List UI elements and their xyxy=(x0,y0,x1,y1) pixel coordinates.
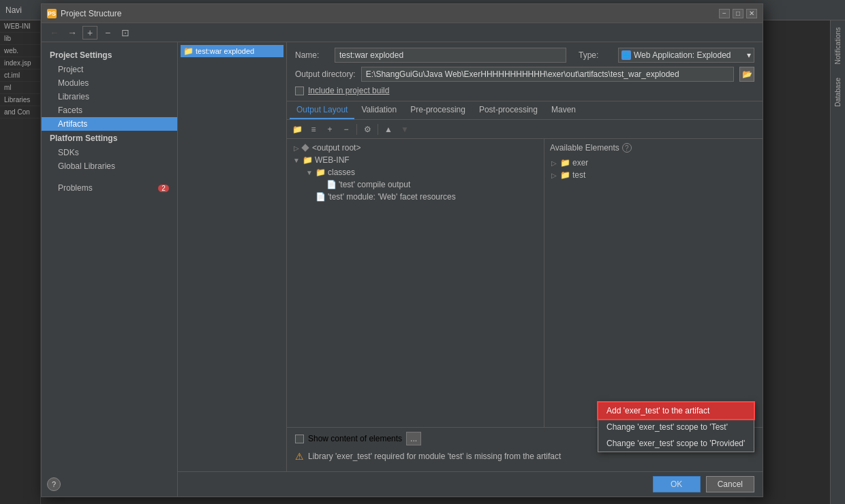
dialog-sidebar: Project Settings Project Modules Librari… xyxy=(42,42,178,497)
warning-row: ⚠ Library 'exer_test' required for modul… xyxy=(295,451,754,462)
toolbar-folder-button[interactable]: 📁 xyxy=(290,123,305,136)
toolbar-separator-2 xyxy=(378,124,378,135)
toolbar-settings-button[interactable]: ⚙ xyxy=(360,123,375,136)
cancel-button[interactable]: Cancel xyxy=(706,476,754,492)
sidebar-item-problems[interactable]: Problems 2 xyxy=(42,181,177,195)
toolbar-down-button[interactable]: ▼ xyxy=(397,123,412,136)
sidebar-item-artifacts[interactable]: Artifacts xyxy=(42,117,177,131)
tree-item-compile-output[interactable]: 📄 'test' compile output xyxy=(290,178,541,191)
tab-maven[interactable]: Maven xyxy=(544,101,583,119)
tree-label-web-facet: 'test' module: 'Web' facet resources xyxy=(328,192,456,202)
sidebar-item-global-libraries[interactable]: Global Libraries xyxy=(42,159,177,173)
tree-label-classes: classes xyxy=(328,168,355,177)
dialog-footer: OK Cancel xyxy=(178,471,763,497)
available-elements-panel: Available Elements ? ▷ 📁 exer ▷ xyxy=(544,139,763,427)
toolbar-add-button[interactable]: + xyxy=(322,123,337,136)
dialog-title-text: Project Structure xyxy=(61,9,121,18)
warning-icon: ⚠ xyxy=(295,451,304,462)
include-build-checkbox[interactable] xyxy=(295,86,304,95)
ide-file-and-con[interactable]: and Con xyxy=(0,106,40,119)
content-header: Name: Type: 🌐 Web Application: Exploded xyxy=(287,42,763,101)
sidebar-item-facets[interactable]: Facets xyxy=(42,104,177,117)
ok-button[interactable]: OK xyxy=(653,476,701,492)
tab-postprocessing[interactable]: Post-processing xyxy=(472,101,544,119)
name-label: Name: xyxy=(295,50,329,60)
project-settings-label: Project Settings xyxy=(42,48,177,63)
tab-preprocessing[interactable]: Pre-processing xyxy=(403,101,472,119)
sidebar-item-sdks[interactable]: SDKs xyxy=(42,146,177,159)
tree-item-classes[interactable]: ▼ 📁 classes xyxy=(290,166,541,178)
toolbar-up-button[interactable]: ▲ xyxy=(381,123,396,136)
maximize-button[interactable]: □ xyxy=(733,9,743,18)
toolbar-remove-button[interactable]: − xyxy=(339,123,354,136)
context-menu: Add 'exer_test' to the artifact Change '… xyxy=(598,402,754,452)
output-dir-row: Output directory: 📂 xyxy=(295,67,754,82)
nav-remove-button[interactable]: − xyxy=(100,26,115,40)
file-icon-web-facet: 📄 xyxy=(316,192,326,202)
dialog-title-left: PS Project Structure xyxy=(47,9,121,18)
context-menu-item-test-scope[interactable]: Change 'exer_test' scope to 'Test' xyxy=(598,419,754,435)
sidebar-item-libraries[interactable]: Libraries xyxy=(42,90,177,104)
tabs-bar: Output Layout Validation Pre-processing … xyxy=(287,101,763,120)
help-button[interactable]: ? xyxy=(47,477,61,491)
name-input[interactable] xyxy=(335,48,566,63)
output-dir-label: Output directory: xyxy=(295,69,356,79)
include-build-row: Include in project build xyxy=(295,86,754,95)
sidebar-item-project[interactable]: Project xyxy=(42,63,177,76)
nav-copy-button[interactable]: ⊡ xyxy=(118,26,133,40)
output-dir-input[interactable] xyxy=(361,67,734,82)
toolbar-separator xyxy=(356,124,357,135)
dialog-titlebar: PS Project Structure − □ ✕ xyxy=(42,4,763,23)
ide-file-web-inf[interactable]: WEB-INI xyxy=(0,20,40,33)
ide-file-web[interactable]: web. xyxy=(0,45,40,57)
tree-label-compile-output: 'test' compile output xyxy=(339,180,410,189)
ide-file-libraries[interactable]: Libraries xyxy=(0,94,40,106)
tab-validation[interactable]: Validation xyxy=(354,101,403,119)
artifact-folder-icon: 📁 xyxy=(183,46,194,56)
platform-settings-label: Platform Settings xyxy=(42,131,177,146)
context-menu-item-provided-scope[interactable]: Change 'exer_test' scope to 'Provided' xyxy=(598,435,754,452)
file-icon-compile: 📄 xyxy=(326,180,337,189)
ide-file-ml[interactable]: ml xyxy=(0,82,40,94)
available-item-exer[interactable]: ▷ 📁 exer xyxy=(547,157,760,169)
ellipsis-button[interactable]: ... xyxy=(406,432,421,445)
folder-icon-webinf: 📁 xyxy=(303,155,313,165)
back-button[interactable]: ← xyxy=(47,26,62,40)
type-label: Type: xyxy=(579,50,613,60)
folder-icon-test: 📁 xyxy=(560,170,570,180)
show-content-checkbox[interactable] xyxy=(295,435,304,443)
show-content-label: Show content of elements xyxy=(308,434,402,443)
web-app-icon: 🌐 xyxy=(621,50,631,60)
tree-arrow-webinf: ▼ xyxy=(292,157,301,164)
ide-tab-notifications[interactable]: Notifications xyxy=(834,27,842,64)
type-dropdown-arrow: ▾ xyxy=(747,50,751,60)
ide-file-iml[interactable]: ct.iml xyxy=(0,69,40,82)
available-label-test: test xyxy=(572,170,585,180)
ide-file-lib[interactable]: lib xyxy=(0,33,40,45)
name-row: Name: Type: 🌐 Web Application: Exploded xyxy=(295,48,754,63)
output-layout-tree: ▷ <output root> ▼ 📁 WEB-INF xyxy=(287,139,544,427)
forward-button[interactable]: → xyxy=(65,26,80,40)
warning-text: Library 'exer_test' required for module … xyxy=(308,452,561,461)
tab-output-layout[interactable]: Output Layout xyxy=(290,101,354,119)
ide-file-index[interactable]: index.jsp xyxy=(0,57,40,69)
tree-item-webinf[interactable]: ▼ 📁 WEB-INF xyxy=(290,154,541,166)
tree-item-output-root[interactable]: ▷ <output root> xyxy=(290,142,541,154)
close-button[interactable]: ✕ xyxy=(746,9,757,18)
help-icon[interactable]: ? xyxy=(622,143,632,153)
artifact-list-item[interactable]: 📁 test:war exploded xyxy=(181,45,283,57)
diamond-icon xyxy=(301,144,309,151)
sidebar-item-modules[interactable]: Modules xyxy=(42,76,177,90)
tree-label-output-root: <output root> xyxy=(312,143,360,153)
ide-topbar-label: Navi xyxy=(5,5,22,15)
nav-add-button[interactable]: + xyxy=(82,26,97,40)
type-select[interactable]: 🌐 Web Application: Exploded ▾ xyxy=(618,48,754,63)
available-item-test[interactable]: ▷ 📁 test xyxy=(547,169,760,181)
tree-label-webinf: WEB-INF xyxy=(315,155,350,165)
minimize-button[interactable]: − xyxy=(719,9,730,18)
browse-button[interactable]: 📂 xyxy=(739,67,754,82)
toolbar-list-button[interactable]: ≡ xyxy=(306,123,321,136)
context-menu-item-add[interactable]: Add 'exer_test' to the artifact xyxy=(598,403,754,419)
ide-tab-database[interactable]: Database xyxy=(834,78,842,107)
tree-item-web-facet[interactable]: 📄 'test' module: 'Web' facet resources xyxy=(290,191,541,203)
